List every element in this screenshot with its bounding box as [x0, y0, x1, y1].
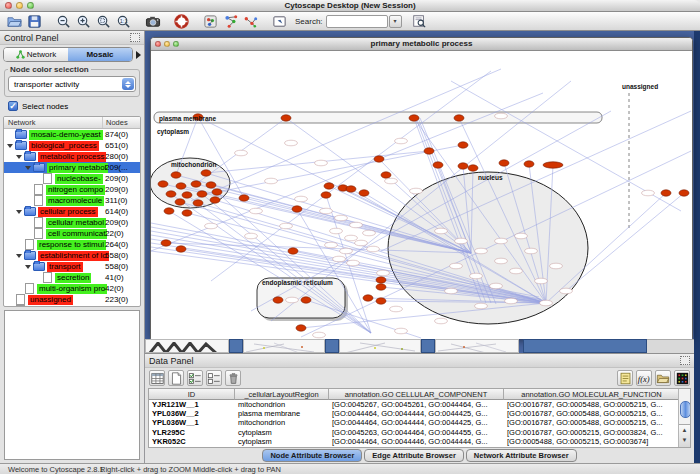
gene-node[interactable] [661, 190, 671, 196]
gene-label-oval[interactable] [325, 242, 338, 248]
gene-label-oval[interactable] [435, 318, 448, 324]
table-row[interactable]: YKR052Ccytoplasm[GO:0044464, GO:0044446,… [149, 437, 690, 446]
gene-label-oval[interactable] [505, 298, 518, 304]
node-color-dropdown[interactable]: transporter activity [8, 76, 136, 92]
gene-node[interactable] [346, 186, 356, 192]
disclosure-triangle-icon[interactable] [25, 265, 31, 269]
vizmapper-icon[interactable] [201, 13, 220, 30]
tree-row[interactable]: response to stimul264(0) [4, 239, 140, 250]
annotation-notes-icon[interactable] [617, 370, 633, 386]
tree-column-network[interactable]: Network [4, 117, 103, 128]
tree-row[interactable]: nitrogen compo209(0) [4, 184, 140, 195]
disclosure-triangle-icon[interactable] [16, 155, 22, 159]
gene-label-oval[interactable] [286, 297, 299, 303]
gene-label-oval[interactable] [470, 273, 483, 279]
layout-organic-icon[interactable] [241, 13, 260, 30]
gene-node[interactable] [281, 115, 291, 121]
tree-row[interactable]: mosaic-demo-yeast874(0) [4, 129, 140, 140]
gene-label-oval[interactable] [525, 248, 538, 254]
layout-network-icon[interactable] [221, 13, 240, 30]
gene-label-oval[interactable] [315, 160, 328, 166]
gene-node[interactable] [212, 189, 222, 195]
gene-node[interactable] [158, 181, 168, 187]
gene-node[interactable] [543, 162, 563, 168]
tree-row[interactable]: secretion41(0) [4, 272, 140, 283]
gene-label-oval[interactable] [265, 178, 278, 184]
tree-row[interactable]: cell communicat22(0) [4, 228, 140, 239]
tab-overflow-arrow-icon[interactable] [136, 51, 141, 59]
gene-node[interactable] [166, 191, 176, 197]
tab-edge-attribute-browser[interactable]: Edge Attribute Browser [364, 449, 463, 462]
gene-label-oval[interactable] [395, 138, 408, 144]
gene-label-oval[interactable] [560, 288, 573, 294]
gene-label-oval[interactable] [510, 268, 523, 274]
tree-row[interactable]: establishment of lo558(0) [4, 250, 140, 261]
save-icon[interactable] [25, 13, 44, 30]
disclosure-triangle-icon[interactable] [7, 144, 13, 148]
search-dropdown-arrow[interactable]: ▾ [389, 15, 402, 28]
scrollbar-thumb[interactable] [680, 401, 691, 418]
search-input[interactable] [326, 15, 388, 28]
gene-label-oval[interactable] [335, 215, 348, 221]
gene-label-oval[interactable] [475, 303, 488, 309]
gene-node[interactable] [210, 197, 220, 203]
tree-row[interactable]: Overview8(0) [4, 305, 140, 307]
tab-mosaic[interactable]: Mosaic [68, 48, 132, 61]
minimized-window-thumbnail[interactable] [145, 339, 229, 353]
gene-label-oval[interactable] [455, 238, 468, 244]
gene-node[interactable] [239, 195, 249, 201]
gene-label-oval[interactable] [490, 283, 503, 289]
gene-node[interactable] [288, 248, 298, 254]
birds-eye-view[interactable] [4, 310, 140, 460]
disclosure-triangle-icon[interactable] [16, 254, 22, 258]
formula-icon[interactable]: f(x) [636, 370, 652, 386]
gene-label-oval[interactable] [475, 248, 488, 254]
gene-label-oval[interactable] [377, 270, 390, 276]
gene-label-oval[interactable] [410, 188, 423, 194]
tab-network-attribute-browser[interactable]: Network Attribute Browser [466, 449, 577, 462]
gene-node[interactable] [206, 182, 216, 188]
gene-node[interactable] [376, 298, 386, 304]
gene-label-oval[interactable] [333, 256, 346, 262]
gene-label-oval[interactable] [355, 240, 368, 246]
gene-node[interactable] [409, 115, 419, 121]
table-row[interactable]: YLR295Ccytoplasm[GO:0045263, GO:0044464,… [149, 428, 690, 437]
gene-label-oval[interactable] [313, 332, 326, 338]
unselect-attributes-icon[interactable] [206, 370, 222, 386]
gene-node[interactable] [161, 240, 171, 246]
tree-row[interactable]: cellular metabol209(0) [4, 217, 140, 228]
import-attributes-icon[interactable] [655, 370, 671, 386]
gene-node[interactable] [433, 162, 443, 168]
open-icon[interactable] [5, 13, 24, 30]
gene-label-oval[interactable] [363, 230, 376, 236]
zoom-fit-icon[interactable]: 1:1 [114, 13, 133, 30]
gene-label-oval[interactable] [495, 258, 508, 264]
table-scrollbar[interactable]: ▲▼ [678, 389, 690, 447]
tree-row[interactable]: nucleobase-209(0) [4, 173, 140, 184]
table-row[interactable]: YDR039C__1mitochondrion[GO:0044464, GO:0… [149, 446, 690, 448]
gene-label-oval[interactable] [330, 228, 343, 234]
minimized-window-titlebar[interactable] [523, 339, 647, 353]
network-window-titlebar[interactable]: primary metabolic process [151, 38, 692, 51]
select-nodes-checkbox[interactable]: ✓ [8, 101, 18, 111]
gene-node[interactable] [197, 191, 207, 197]
gene-node[interactable] [292, 206, 302, 212]
attribute-matrix-icon[interactable] [674, 370, 690, 386]
delete-attribute-icon[interactable] [225, 370, 241, 386]
annotation-icon[interactable] [270, 13, 289, 30]
gene-node[interactable] [171, 172, 181, 178]
zoom-selected-icon[interactable] [94, 13, 113, 30]
gene-node[interactable] [164, 208, 174, 214]
gene-node[interactable] [191, 181, 201, 187]
gene-label-oval[interactable] [205, 223, 218, 229]
gene-node[interactable] [679, 190, 689, 196]
gene-node[interactable] [381, 172, 391, 178]
gene-label-oval[interactable] [235, 150, 248, 156]
gene-label-oval[interactable] [495, 238, 508, 244]
gene-node[interactable] [454, 115, 464, 121]
advanced-search-icon[interactable] [410, 13, 429, 30]
gene-node[interactable] [376, 284, 386, 290]
network-canvas[interactable]: plasma membranecytoplasmmitochondrionnuc… [151, 51, 692, 339]
gene-node[interactable] [201, 170, 211, 176]
gene-label-oval[interactable] [642, 190, 655, 196]
